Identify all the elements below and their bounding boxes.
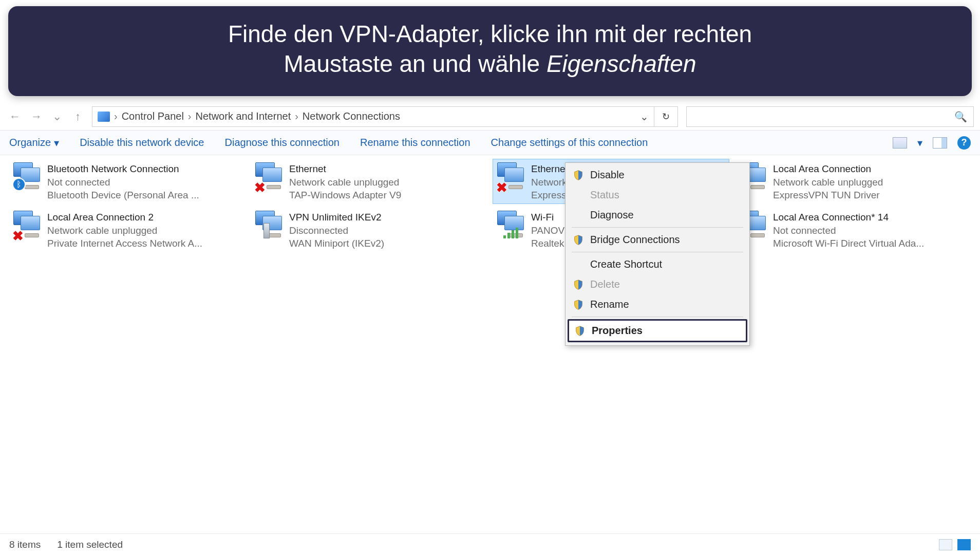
status-selected-count: 1 item selected: [57, 539, 123, 550]
address-bar[interactable]: › Control Panel › Network and Internet ›…: [92, 106, 654, 127]
connection-device: ExpressVPN TUN Driver: [773, 189, 883, 202]
refresh-button[interactable]: ↻: [654, 106, 678, 127]
help-button[interactable]: ?: [957, 136, 971, 150]
connection-status: Network cable unplugged: [289, 176, 401, 189]
connection-device: Private Internet Access Network A...: [47, 237, 202, 250]
menu-item-label: Status: [590, 189, 619, 201]
connection-status: Not connected: [773, 224, 924, 237]
context-menu-item-status: Status: [568, 185, 747, 205]
connection-title: Local Area Connection: [773, 162, 883, 176]
menu-item-label: Properties: [592, 325, 643, 337]
context-menu-item-delete: Delete: [568, 274, 747, 294]
menu-item-label: Diagnose: [590, 209, 634, 221]
recent-dropdown-icon[interactable]: ⌄: [52, 110, 62, 123]
network-adapter-icon: ✖: [13, 211, 41, 238]
context-menu: DisableStatusDiagnoseBridge ConnectionsC…: [565, 162, 750, 346]
connection-title: Bluetooth Network Connection: [47, 162, 199, 176]
bluetooth-icon: ᛒ: [12, 178, 26, 191]
search-icon: 🔍: [954, 110, 967, 123]
uac-shield-icon: [573, 170, 584, 181]
wifi-signal-icon: [503, 228, 518, 238]
instruction-banner: Finde den VPN-Adapter, klicke ihn mit de…: [8, 6, 972, 96]
menu-separator: [572, 317, 743, 317]
context-menu-item-properties[interactable]: Properties: [568, 319, 747, 342]
organize-menu[interactable]: Organize ▾: [9, 137, 59, 149]
cmd-rename[interactable]: Rename this connection: [360, 137, 470, 149]
details-view-button[interactable]: [939, 539, 952, 550]
context-menu-item-rename[interactable]: Rename: [568, 294, 747, 314]
chevron-down-icon: ▾: [54, 137, 59, 149]
connection-item[interactable]: ✖Local Area ConnectionNetwork cable unpl…: [735, 159, 971, 203]
connection-item[interactable]: ✖Local Area Connection 2Network cable un…: [9, 208, 245, 252]
context-menu-item-bridge-connections[interactable]: Bridge Connections: [568, 230, 747, 250]
back-button[interactable]: ←: [9, 110, 21, 123]
connection-device: TAP-Windows Adapter V9: [289, 189, 401, 202]
uac-shield-icon: [573, 234, 584, 246]
banner-line2b: Eigenschaften: [546, 50, 696, 77]
connection-device: WAN Miniport (IKEv2): [289, 237, 384, 250]
network-adapter-icon: ✖: [255, 162, 283, 190]
disconnected-x-icon: ✖: [496, 179, 508, 191]
banner-line2a: Maustaste an und wähle: [284, 50, 546, 77]
chevron-right-icon: ›: [295, 110, 298, 122]
uac-shield-icon: [574, 325, 586, 337]
context-menu-item-create-shortcut[interactable]: Create Shortcut: [568, 254, 747, 274]
control-panel-icon: [98, 112, 110, 122]
connection-item[interactable]: ᛒBluetooth Network ConnectionNot connect…: [9, 159, 245, 203]
chevron-right-icon: ›: [114, 110, 118, 122]
preview-pane-button[interactable]: [933, 137, 947, 149]
connection-status: Network cable unplugged: [47, 224, 202, 237]
search-box[interactable]: 🔍: [686, 106, 974, 127]
organize-label: Organize: [9, 137, 51, 149]
status-item-count: 8 items: [9, 539, 41, 550]
up-button[interactable]: ↑: [75, 110, 81, 123]
connection-text: Local Area Connection 2Network cable unp…: [47, 211, 202, 250]
menu-separator: [572, 252, 743, 252]
nav-arrows: ← → ⌄ ↑: [9, 110, 81, 123]
menu-item-label: Disable: [590, 169, 625, 181]
breadcrumb-item[interactable]: Network and Internet: [196, 110, 291, 122]
connection-text: Local Area ConnectionNetwork cable unplu…: [773, 162, 883, 202]
network-adapter-icon: [255, 211, 283, 238]
connection-item[interactable]: ✖Local Area Connection* 14Not connectedM…: [735, 208, 971, 252]
context-menu-item-disable[interactable]: Disable: [568, 165, 747, 185]
cmd-change-settings[interactable]: Change settings of this connection: [491, 137, 648, 149]
breadcrumb-item[interactable]: Control Panel: [122, 110, 184, 122]
network-adapter-icon: ᛒ: [13, 162, 41, 190]
connections-grid: ᛒBluetooth Network ConnectionNot connect…: [9, 159, 971, 252]
cmd-diagnose[interactable]: Diagnose this connection: [225, 137, 340, 149]
connection-text: Local Area Connection* 14Not connectedMi…: [773, 211, 924, 250]
network-adapter-icon: [497, 211, 525, 238]
menu-item-label: Bridge Connections: [590, 234, 680, 246]
connection-status: Not connected: [47, 176, 199, 189]
connection-text: EthernetNetwork cable unpluggedTAP-Windo…: [289, 162, 401, 202]
uac-shield-icon: [573, 279, 584, 290]
network-adapter-icon: ✖: [497, 162, 525, 190]
connection-item[interactable]: VPN Unlimited IKEv2DisconnectedWAN Minip…: [251, 208, 487, 252]
command-bar: Organize ▾ Disable this network device D…: [0, 131, 980, 155]
cmd-disable-device[interactable]: Disable this network device: [80, 137, 204, 149]
banner-line1: Finde den VPN-Adapter, klicke ihn mit de…: [228, 21, 752, 47]
connection-item[interactable]: ✖EthernetNetwork cable unpluggedTAP-Wind…: [251, 159, 487, 203]
context-menu-item-diagnose[interactable]: Diagnose: [568, 205, 747, 225]
menu-separator: [572, 227, 743, 228]
menu-item-label: Rename: [590, 299, 629, 310]
tiles-view-button[interactable]: [957, 539, 971, 550]
menu-item-label: Create Shortcut: [590, 258, 662, 270]
disconnected-x-icon: ✖: [254, 179, 267, 191]
disconnected-x-icon: ✖: [12, 227, 25, 239]
uac-shield-icon: [573, 299, 584, 310]
connection-text: Bluetooth Network ConnectionNot connecte…: [47, 162, 199, 202]
vpn-tower-icon: [263, 223, 270, 238]
menu-item-label: Delete: [590, 279, 620, 290]
explorer-navbar: ← → ⌄ ↑ › Control Panel › Network and In…: [0, 103, 980, 131]
connection-title: Local Area Connection 2: [47, 211, 202, 224]
view-options-button[interactable]: [893, 137, 907, 149]
address-dropdown-icon[interactable]: ⌄: [640, 110, 649, 123]
chevron-down-icon[interactable]: ▾: [917, 137, 922, 149]
connection-device: Bluetooth Device (Personal Area ...: [47, 189, 199, 202]
chevron-right-icon: ›: [188, 110, 192, 122]
forward-button[interactable]: →: [31, 110, 42, 123]
breadcrumb-item[interactable]: Network Connections: [303, 110, 400, 122]
status-bar: 8 items 1 item selected: [0, 533, 980, 555]
